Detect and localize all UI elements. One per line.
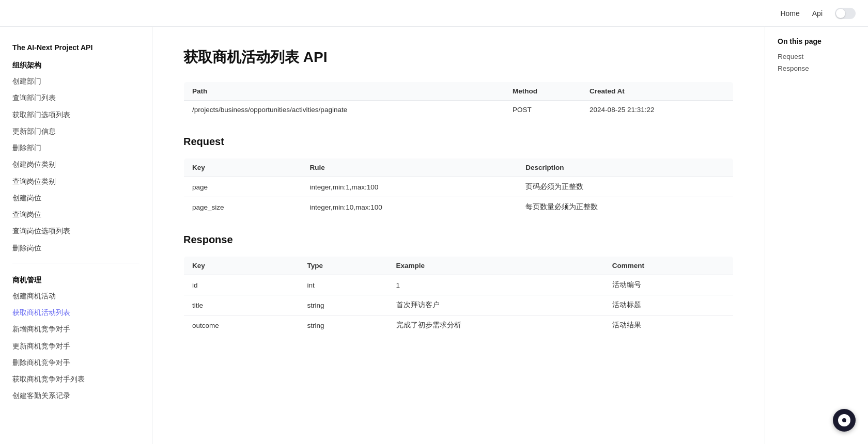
sidebar-section-org: 组织架构 创建部门 查询部门列表 获取部门选项列表 更新部门信息 删除部门 创建… [0, 55, 152, 257]
response-type-outcome: string [299, 315, 388, 336]
sidebar: The AI-Next Project API 组织架构 创建部门 查询部门列表… [0, 27, 152, 444]
top-navigation: Home Api [0, 0, 868, 27]
chat-widget[interactable] [833, 409, 856, 432]
api-method-value: POST [504, 101, 581, 119]
page-title: 获取商机活动列表 API [183, 47, 734, 67]
table-row: outcome string 完成了初步需求分析 活动结果 [184, 315, 734, 336]
response-example-id: 1 [388, 275, 604, 295]
table-row: page_size integer,min:10,max:100 每页数量必须为… [184, 197, 734, 217]
request-desc-page: 页码必须为正整数 [517, 177, 733, 197]
response-type-title: string [299, 295, 388, 315]
page-layout: The AI-Next Project API 组织架构 创建部门 查询部门列表… [0, 27, 868, 444]
api-created-at-value: 2024-08-25 21:31:22 [581, 101, 733, 119]
response-example-outcome: 完成了初步需求分析 [388, 315, 604, 336]
sidebar-item-query-position-options[interactable]: 查询岗位选项列表 [0, 223, 152, 240]
request-key-page: page [184, 177, 302, 197]
response-comment-outcome: 活动结果 [604, 315, 734, 336]
theme-toggle-knob [836, 9, 845, 18]
on-this-page-request-link[interactable]: Request [778, 53, 856, 60]
sidebar-item-get-activity-list[interactable]: 获取商机活动列表 [0, 305, 152, 321]
sidebar-item-get-dept-options[interactable]: 获取部门选项列表 [0, 107, 152, 123]
table-row: page integer,min:1,max:100 页码必须为正整数 [184, 177, 734, 197]
response-type-id: int [299, 275, 388, 295]
request-col-rule: Rule [302, 158, 518, 177]
response-key-outcome: outcome [184, 315, 299, 336]
table-row: title string 首次拜访客户 活动标题 [184, 295, 734, 315]
sidebar-item-get-competitor-list[interactable]: 获取商机竞争对手列表 [0, 371, 152, 388]
sidebar-item-update-dept[interactable]: 更新部门信息 [0, 123, 152, 140]
table-row: id int 1 活动编号 [184, 275, 734, 295]
request-rule-page: integer,min:1,max:100 [302, 177, 518, 197]
nav-api[interactable]: Api [812, 9, 823, 18]
response-comment-title: 活动标题 [604, 295, 734, 315]
sidebar-item-delete-position[interactable]: 删除岗位 [0, 240, 152, 257]
table-row: /projects/business/opportunities/activit… [184, 101, 734, 119]
response-section: Response Key Type Example Comment id int… [183, 234, 734, 336]
request-col-key: Key [184, 158, 302, 177]
sidebar-item-query-position[interactable]: 查询岗位 [0, 207, 152, 223]
nav-home[interactable]: Home [780, 9, 799, 18]
request-section: Request Key Rule Description page intege… [183, 136, 734, 217]
on-this-page-response-link[interactable]: Response [778, 65, 856, 72]
response-table: Key Type Example Comment id int 1 活动编号 t… [183, 256, 734, 336]
response-col-example: Example [388, 257, 604, 275]
sidebar-item-delete-dept[interactable]: 删除部门 [0, 140, 152, 156]
sidebar-item-create-dept[interactable]: 创建部门 [0, 73, 152, 90]
request-rule-page-size: integer,min:10,max:100 [302, 197, 518, 217]
sidebar-item-query-position-cat[interactable]: 查询岗位类别 [0, 173, 152, 190]
response-col-key: Key [184, 257, 299, 275]
response-section-title: Response [183, 234, 734, 246]
response-key-title: title [184, 295, 299, 315]
request-table: Key Rule Description page integer,min:1,… [183, 158, 734, 217]
response-col-comment: Comment [604, 257, 734, 275]
sidebar-item-create-activity[interactable]: 创建商机活动 [0, 288, 152, 305]
sidebar-item-create-position[interactable]: 创建岗位 [0, 190, 152, 207]
sidebar-item-create-client-record[interactable]: 创建客勤关系记录 [0, 388, 152, 404]
api-info-col-created-at: Created At [581, 82, 733, 101]
response-comment-id: 活动编号 [604, 275, 734, 295]
sidebar-section-biz: 商机管理 创建商机活动 获取商机活动列表 新增商机竞争对手 更新商机竞争对手 删… [0, 269, 152, 405]
nav-links: Home Api [780, 8, 856, 19]
request-section-title: Request [183, 136, 734, 148]
response-example-title: 首次拜访客户 [388, 295, 604, 315]
request-desc-page-size: 每页数量必须为正整数 [517, 197, 733, 217]
api-info-col-method: Method [504, 82, 581, 101]
request-key-page-size: page_size [184, 197, 302, 217]
api-info-col-path: Path [184, 82, 504, 101]
chat-dot [842, 418, 846, 422]
sidebar-item-query-dept-list[interactable]: 查询部门列表 [0, 90, 152, 106]
sidebar-item-delete-competitor[interactable]: 删除商机竞争对手 [0, 355, 152, 371]
api-info-table: Path Method Created At /projects/busines… [183, 82, 734, 119]
sidebar-item-add-competitor[interactable]: 新增商机竞争对手 [0, 321, 152, 338]
main-content: 获取商机活动列表 API Path Method Created At /pro… [152, 27, 765, 444]
response-col-type: Type [299, 257, 388, 275]
sidebar-section-org-title: 组织架构 [0, 55, 152, 73]
sidebar-app-title: The AI-Next Project API [0, 37, 152, 55]
sidebar-divider [12, 263, 140, 263]
on-this-page-title: On this page [778, 37, 856, 45]
sidebar-item-update-competitor[interactable]: 更新商机竞争对手 [0, 338, 152, 355]
sidebar-section-biz-title: 商机管理 [0, 269, 152, 288]
api-path-value: /projects/business/opportunities/activit… [184, 101, 504, 119]
right-sidebar: On this page Request Response [765, 27, 868, 444]
chat-widget-inner [838, 414, 850, 426]
request-col-desc: Description [517, 158, 733, 177]
response-key-id: id [184, 275, 299, 295]
sidebar-item-create-position-cat[interactable]: 创建岗位类别 [0, 156, 152, 173]
theme-toggle-button[interactable] [835, 8, 856, 19]
